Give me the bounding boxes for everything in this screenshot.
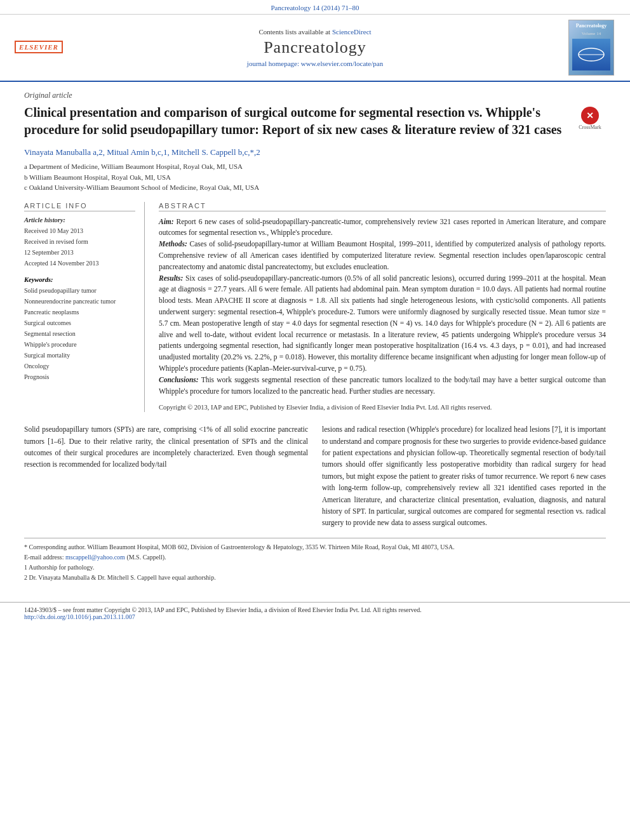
contents-text: Contents lists available at bbox=[258, 28, 330, 36]
footnote-email: E-mail address: mscappell@yahoo.com (M.S… bbox=[24, 552, 606, 563]
journal-name-display: Pancreatology bbox=[264, 38, 366, 57]
elsevier-logo-area: ELSEVIER bbox=[10, 20, 67, 76]
issn-line: 1424-3903/$ – see front matter Copyright… bbox=[24, 606, 606, 613]
authors-line: Vinayata Manuballa a,2, Mitual Amin b,c,… bbox=[24, 147, 606, 157]
keyword-7: Surgical mortality bbox=[24, 350, 135, 361]
contents-line: Contents lists available at ScienceDirec… bbox=[258, 28, 371, 36]
journal-header: ELSEVIER Contents lists available at Sci… bbox=[0, 15, 630, 82]
conclusions-text: This work suggests segmental resection o… bbox=[159, 376, 606, 395]
crossmark-label: CrossMark bbox=[579, 124, 601, 130]
email-label: E-mail address: bbox=[24, 554, 65, 561]
keyword-8: Oncology bbox=[24, 361, 135, 371]
date-received: Received 10 May 2013 bbox=[24, 225, 135, 236]
body-right-col: lesions and radical resection (Whipple's… bbox=[322, 423, 606, 529]
article-info-title: ARTICLE INFO bbox=[24, 202, 135, 211]
abstract-copyright: Copyright © 2013, IAP and EPC, Published… bbox=[159, 403, 606, 413]
body-left-col: Solid pseudopapillary tumors (SPTs) are … bbox=[24, 423, 308, 529]
footnote-corresponding: * Corresponding author. William Beaumont… bbox=[24, 542, 606, 552]
keyword-1: Solid pseudopapillary tumor bbox=[24, 285, 135, 296]
abstract-body: Aim: Report 6 new cases of solid-pseudop… bbox=[159, 217, 606, 397]
journal-cover: Pancreatology Volume 14 bbox=[563, 20, 620, 76]
aim-label: Aim: bbox=[159, 218, 174, 225]
footnotes-section: * Corresponding author. William Beaumont… bbox=[24, 538, 606, 583]
cover-visual bbox=[572, 39, 610, 70]
email-link[interactable]: mscappell@yahoo.com bbox=[65, 554, 125, 561]
cover-title: Pancreatology bbox=[576, 23, 607, 29]
cover-subtitle: Volume 14 bbox=[582, 31, 601, 36]
homepage-label: journal homepage: bbox=[247, 60, 299, 67]
article-history-block: Article history: Received 10 May 2013 Re… bbox=[24, 217, 135, 269]
conclusions-label: Conclusions: bbox=[159, 376, 199, 383]
journal-header-center: Contents lists available at ScienceDirec… bbox=[74, 20, 556, 76]
date-accepted: Accepted 14 November 2013 bbox=[24, 258, 135, 269]
authors-text: Vinayata Manuballa a,2, Mitual Amin b,c,… bbox=[24, 147, 260, 157]
history-label: Article history: bbox=[24, 217, 135, 223]
journal-top-bar: Pancreatology 14 (2014) 71–80 bbox=[0, 0, 630, 15]
keywords-list: Solid pseudopapillary tumor Nonneurendoc… bbox=[24, 285, 135, 382]
keywords-label: Keywords: bbox=[24, 276, 135, 283]
keyword-2: Nonneurendocrine pancreatic tumor bbox=[24, 296, 135, 307]
date-revised: 12 September 2013 bbox=[24, 247, 135, 258]
journal-cover-image: Pancreatology Volume 14 bbox=[568, 20, 614, 76]
body-right-text: lesions and radical resection (Whipple's… bbox=[322, 423, 606, 529]
keyword-5: Segmental resection bbox=[24, 328, 135, 339]
keyword-6: Whipple's procedure bbox=[24, 339, 135, 350]
body-two-col: Solid pseudopapillary tumors (SPTs) are … bbox=[24, 423, 606, 529]
affiliation-c: c Oakland University-William Beaumont Sc… bbox=[24, 182, 606, 193]
article-title: Clinical presentation and comparison of … bbox=[24, 104, 568, 138]
article-info-abstract-section: ARTICLE INFO Article history: Received 1… bbox=[24, 202, 606, 413]
article-type: Original article bbox=[24, 91, 606, 100]
date-revised-label: Received in revised form bbox=[24, 236, 135, 247]
crossmark-container[interactable]: ✕ CrossMark bbox=[574, 107, 606, 130]
email-author: (M.S. Cappell). bbox=[126, 554, 166, 561]
results-label: Results: bbox=[159, 274, 183, 282]
keywords-block: Keywords: Solid pseudopapillary tumor No… bbox=[24, 276, 135, 382]
body-section: Solid pseudopapillary tumors (SPTs) are … bbox=[24, 423, 606, 529]
footnote-1: 1 Authorship for pathology. bbox=[24, 563, 606, 573]
affiliations: a Department of Medicine, William Beaumo… bbox=[24, 161, 606, 193]
keyword-4: Surgical outcomes bbox=[24, 317, 135, 328]
keyword-3: Pancreatic neoplasms bbox=[24, 307, 135, 317]
methods-text: Cases of solid-pseudopapillary-tumor at … bbox=[159, 240, 606, 270]
homepage-url[interactable]: www.elsevier.com/locate/pan bbox=[301, 60, 383, 67]
footnote-2: 2 Dr. Vinayata Manuballa & Dr. Mitchell … bbox=[24, 573, 606, 583]
article-dates: Received 10 May 2013 Received in revised… bbox=[24, 225, 135, 269]
main-content: Original article Clinical presentation a… bbox=[0, 82, 630, 592]
page-wrapper: Pancreatology 14 (2014) 71–80 ELSEVIER C… bbox=[0, 0, 630, 624]
body-left-text: Solid pseudopapillary tumors (SPTs) are … bbox=[24, 423, 308, 470]
elsevier-logo: ELSEVIER bbox=[15, 41, 63, 53]
affiliation-b: b William Beaumont Hospital, Royal Oak, … bbox=[24, 172, 606, 183]
methods-label: Methods: bbox=[159, 240, 187, 248]
article-info-column: ARTICLE INFO Article history: Received 1… bbox=[24, 202, 145, 413]
results-text: Six cases of solid-pseudopapillary-pancr… bbox=[159, 274, 606, 373]
article-title-row: Clinical presentation and comparison of … bbox=[24, 104, 606, 147]
journal-homepage: journal homepage: www.elsevier.com/locat… bbox=[247, 60, 383, 67]
affiliation-a: a Department of Medicine, William Beaumo… bbox=[24, 161, 606, 172]
abstract-column: ABSTRACT Aim: Report 6 new cases of soli… bbox=[159, 202, 606, 413]
bottom-bar: 1424-3903/$ – see front matter Copyright… bbox=[0, 602, 630, 624]
keyword-9: Prognosis bbox=[24, 371, 135, 382]
science-direct-link[interactable]: ScienceDirect bbox=[332, 28, 372, 36]
journal-citation: Pancreatology 14 (2014) 71–80 bbox=[271, 4, 359, 11]
doi-link[interactable]: http://dx.doi.org/10.1016/j.pan.2013.11.… bbox=[24, 613, 606, 620]
crossmark-icon[interactable]: ✕ bbox=[581, 107, 599, 124]
abstract-title: ABSTRACT bbox=[159, 202, 606, 211]
aim-text: Report 6 new cases of solid-pseudopapill… bbox=[159, 218, 606, 237]
